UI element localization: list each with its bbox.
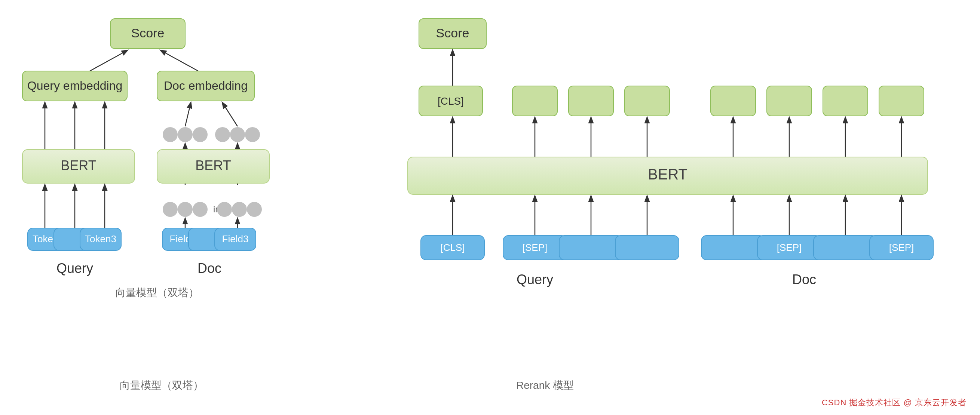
input-sep2-label: [SEP]: [777, 242, 802, 253]
query-embedding-label: Query embedding: [27, 79, 123, 92]
svg-point-31: [247, 202, 262, 217]
svg-point-19: [230, 127, 245, 142]
svg-rect-70: [813, 235, 877, 260]
score-rerank-label: Score: [436, 26, 469, 40]
svg-point-20: [245, 127, 260, 142]
diagram-wrapper: Score Query embedding Doc embedding BERT: [0, 0, 980, 415]
doc-column-label: Doc: [197, 261, 221, 276]
svg-rect-40: [512, 86, 557, 116]
svg-point-17: [192, 127, 208, 142]
biencoder-caption-bottom: 向量模型（双塔）: [120, 378, 204, 393]
rerank-caption-bottom: Rerank 模型: [516, 378, 574, 393]
svg-point-30: [232, 202, 247, 217]
svg-line-1: [90, 51, 127, 71]
svg-point-16: [178, 127, 192, 142]
score-label-biencoder: Score: [131, 26, 165, 40]
bert-doc-label: BERT: [195, 158, 231, 173]
rerank-section: Score [CLS] BE: [396, 11, 939, 368]
input-sep3-label: [SEP]: [889, 242, 914, 253]
field3-label: Field3: [222, 233, 249, 245]
svg-rect-45: [823, 86, 868, 116]
svg-rect-66: [559, 235, 623, 260]
svg-rect-43: [711, 86, 756, 116]
watermark: CSDN 掘金技术社区 @ 京东云开发者: [822, 397, 967, 408]
output-cls-label: [CLS]: [438, 95, 464, 107]
query-column-label: Query: [56, 261, 93, 276]
svg-line-22: [223, 103, 237, 126]
rerank-query-label: Query: [517, 272, 553, 287]
token3-label: Token3: [85, 233, 116, 245]
svg-rect-46: [879, 86, 924, 116]
svg-line-21: [185, 103, 191, 126]
svg-point-27: [178, 202, 192, 217]
svg-rect-44: [767, 86, 812, 116]
input-sep1-label: [SEP]: [523, 242, 547, 253]
biencoder-svg: Score Query embedding Doc embedding BERT: [15, 11, 299, 366]
svg-rect-41: [568, 86, 613, 116]
svg-point-15: [163, 127, 178, 142]
input-cls-query-label: [CLS]: [440, 242, 465, 253]
svg-rect-42: [625, 86, 670, 116]
svg-point-26: [163, 202, 178, 217]
svg-point-29: [217, 202, 232, 217]
biencoder-caption: 向量模型（双塔）: [15, 286, 299, 300]
bert-rerank-label: BERT: [648, 166, 687, 183]
svg-point-18: [215, 127, 230, 142]
rerank-svg: Score [CLS] BE: [396, 11, 939, 366]
svg-point-28: [192, 202, 208, 217]
rerank-doc-label: Doc: [792, 272, 816, 287]
svg-rect-67: [615, 235, 679, 260]
svg-line-2: [161, 51, 198, 71]
svg-rect-68: [702, 235, 765, 260]
biencoder-section: Score Query embedding Doc embedding BERT: [15, 11, 299, 300]
bert-query-label: BERT: [60, 158, 96, 173]
doc-embedding-label: Doc embedding: [164, 79, 248, 92]
